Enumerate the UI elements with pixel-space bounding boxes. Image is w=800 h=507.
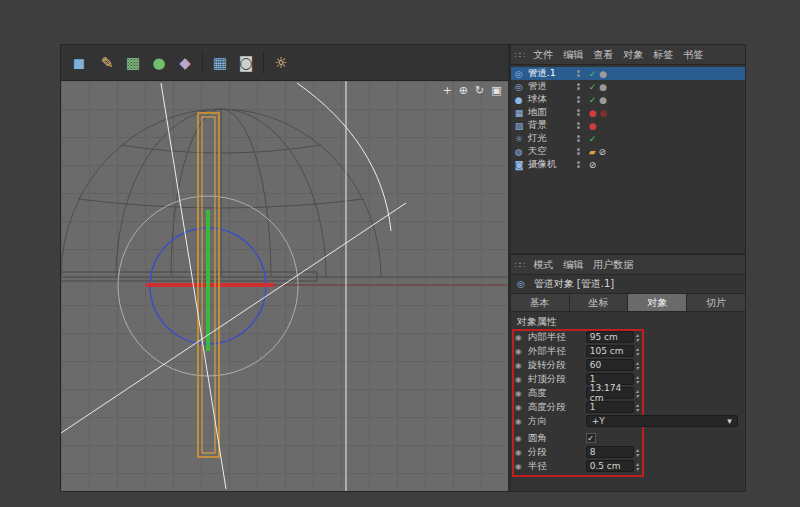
visibility-dots[interactable] [577,70,580,77]
material-tag-icon[interactable]: ● [589,108,597,118]
object-row-background[interactable]: ▨ 背景 ● [511,119,745,132]
step-down-icon[interactable]: ▾ [636,393,639,398]
key-circle-icon[interactable]: ◉ [515,361,528,370]
object-name: 管道 [528,80,547,93]
visibility-dots[interactable] [577,122,580,129]
stepper[interactable]: ▴▾ [636,374,639,384]
deformer-icon[interactable]: ◆ [173,50,197,76]
no-render-icon[interactable]: ⊘ [589,160,597,170]
compositing-tag-icon[interactable]: ▰ [589,147,596,157]
view-toggle-icon[interactable]: ▣ [491,84,501,97]
stepper[interactable]: ▴▾ [636,461,639,471]
stepper[interactable]: ▴▾ [636,360,639,370]
scene-floor-icon[interactable]: ▦ [208,50,232,76]
step-down-icon[interactable]: ▾ [636,407,639,412]
light-object-icon: ☼ [515,134,528,144]
rotation-segments-field[interactable]: 60 [586,359,634,371]
key-circle-icon[interactable]: ◉ [515,375,528,384]
key-circle-icon[interactable]: ◉ [515,389,528,398]
property-label: 封顶分段 [528,373,586,386]
property-label: 圆角 [528,432,586,445]
menu-tags[interactable]: 标签 [648,48,678,62]
key-circle-icon[interactable]: ◉ [515,417,528,426]
step-down-icon[interactable]: ▾ [636,365,639,370]
stepper[interactable]: ▴▾ [636,332,639,342]
height-field[interactable]: 13.174 cm [586,387,634,399]
key-circle-icon[interactable]: ◉ [515,403,528,412]
3d-viewport[interactable]: + ⊕ ↻ ▣ [61,81,508,491]
visibility-dots[interactable] [577,148,580,155]
visibility-dots[interactable] [577,135,580,142]
menu-file[interactable]: 文件 [528,48,558,62]
enabled-check-icon[interactable]: ✓ [589,69,597,79]
menu-edit[interactable]: 编辑 [558,258,588,272]
cube-primitive-icon[interactable]: ◼ [67,50,91,76]
stepper[interactable]: ▴▾ [636,388,639,398]
generator-icon[interactable]: ● [147,50,171,76]
visibility-dots[interactable] [577,83,580,90]
step-down-icon[interactable]: ▾ [636,379,639,384]
phong-tag-icon[interactable]: ● [599,95,607,105]
spline-pen-icon[interactable]: ✎ [95,50,119,76]
phong-tag-icon[interactable]: ● [599,82,607,92]
subdivision-surface-icon[interactable]: ▩ [121,50,145,76]
stepper[interactable]: ▴▾ [636,346,639,356]
orientation-dropdown[interactable]: +Y ▾ [586,415,738,427]
object-row-sphere[interactable]: ● 球体 ✓ ● [511,93,745,106]
object-row-sky[interactable]: ◍ 天空 ▰ ⊘ [511,145,745,158]
stepper[interactable]: ▴▾ [636,402,639,412]
property-label: 高度分段 [528,401,586,414]
tab-coordinates[interactable]: 坐标 [570,294,629,311]
pan-icon[interactable]: + [443,84,452,97]
no-render-icon[interactable]: ⊘ [599,147,607,157]
object-row-floor[interactable]: ▦ 地面 ● ● [511,106,745,119]
object-row-tube1[interactable]: ◎ 管道.1 ✓ ● [511,67,745,80]
menu-mode[interactable]: 模式 [528,258,558,272]
property-row-radius: ◉ 半径 0.5 cm ▴▾ [511,459,745,473]
fillet-checkbox[interactable]: ✓ [586,433,596,443]
object-row-light[interactable]: ☼ 灯光 ✓ [511,132,745,145]
menu-user-data[interactable]: 用户数据 [588,258,638,272]
inner-radius-field[interactable]: 95 cm [586,331,634,343]
material-tag-icon[interactable]: ● [589,121,597,131]
camera-icon[interactable]: ◙ [234,50,258,76]
visibility-dots[interactable] [577,96,580,103]
step-down-icon[interactable]: ▾ [636,466,639,471]
object-manager-menubar: ∷∷ 文件 编辑 查看 对象 标签 书签 [511,45,745,65]
key-circle-icon[interactable]: ◉ [515,448,528,457]
step-down-icon[interactable]: ▾ [636,337,639,342]
step-down-icon[interactable]: ▾ [636,351,639,356]
material-tag-icon[interactable]: ● [600,108,608,118]
menu-edit[interactable]: 编辑 [558,48,588,62]
menu-view[interactable]: 查看 [588,48,618,62]
segments-field[interactable]: 8 [586,446,634,458]
key-circle-icon[interactable]: ◉ [515,333,528,342]
key-circle-icon[interactable]: ◉ [515,462,528,471]
key-circle-icon[interactable]: ◉ [515,434,528,443]
tab-slice[interactable]: 切片 [687,294,745,311]
phong-tag-icon[interactable]: ● [599,69,607,79]
property-row-outer-radius: ◉ 外部半径 105 cm ▴▾ [511,344,745,358]
object-name: 天空 [528,145,547,158]
attribute-title: 管道对象 [管道.1] [534,277,615,291]
stepper[interactable]: ▴▾ [636,447,639,457]
menu-objects[interactable]: 对象 [618,48,648,62]
step-down-icon[interactable]: ▾ [636,452,639,457]
visibility-dots[interactable] [577,161,580,168]
zoom-icon[interactable]: ⊕ [459,84,468,97]
visibility-dots[interactable] [577,109,580,116]
enabled-check-icon[interactable]: ✓ [589,134,597,144]
tab-object[interactable]: 对象 [628,294,687,311]
height-segments-field[interactable]: 1 [586,401,634,413]
tab-basic[interactable]: 基本 [511,294,570,311]
outer-radius-field[interactable]: 105 cm [586,345,634,357]
rotate-icon[interactable]: ↻ [475,84,484,97]
light-icon[interactable]: ☼ [269,50,293,76]
radius-field[interactable]: 0.5 cm [586,460,634,472]
enabled-check-icon[interactable]: ✓ [589,82,597,92]
key-circle-icon[interactable]: ◉ [515,347,528,356]
object-row-camera[interactable]: ◙ 摄像机 ⊘ [511,158,745,171]
object-row-tube[interactable]: ◎ 管道 ✓ ● [511,80,745,93]
menu-bookmarks[interactable]: 书签 [678,48,708,62]
enabled-check-icon[interactable]: ✓ [589,95,597,105]
